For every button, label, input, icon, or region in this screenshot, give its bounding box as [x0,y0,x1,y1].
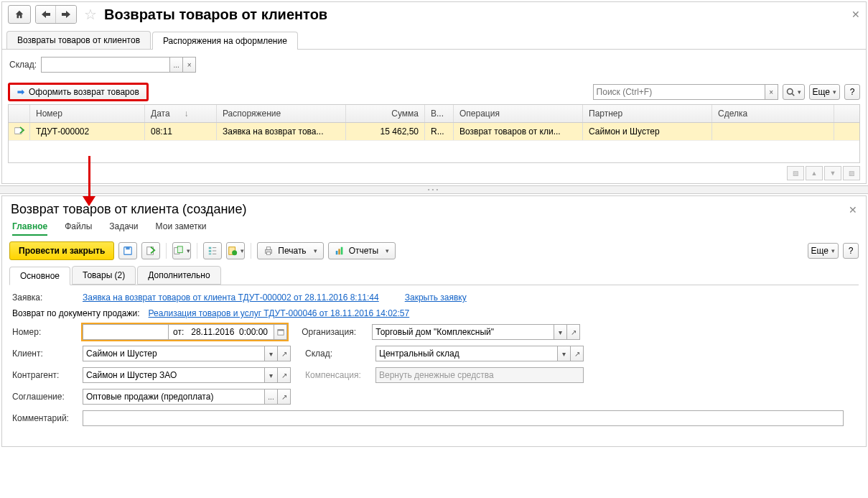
warehouse-input-2[interactable] [375,346,558,361]
svg-point-0 [787,89,793,95]
number-label: Номер: [12,327,77,337]
favorite-star-icon[interactable]: ☆ [84,6,97,23]
post-button[interactable] [141,242,160,259]
request-label: Заявка: [12,292,77,303]
scroll-down-button[interactable]: ▼ [824,166,841,180]
reports-button[interactable]: Отчеты [328,242,396,259]
svg-rect-19 [335,251,337,254]
svg-rect-23 [278,330,284,331]
table-row[interactable]: ТДУТ-000002 08:11 Заявка на возврат това… [9,123,859,141]
client-label: Клиент: [12,349,77,359]
agreement-open-button[interactable]: ↗ [278,389,291,405]
organization-open-button[interactable]: ↗ [567,324,580,340]
organization-dropdown-button[interactable]: ▾ [554,324,567,340]
number-input[interactable] [83,324,169,340]
back-button[interactable] [36,6,56,23]
scroll-top-button[interactable]: ▧ [787,166,804,180]
col-currency[interactable]: В... [425,105,454,122]
compensation-label: Компенсация: [305,370,370,380]
warehouse-label: Склад: [9,60,37,70]
warehouse-input[interactable] [41,57,170,73]
close-icon[interactable]: ✕ [851,9,860,20]
client-open-button[interactable]: ↗ [278,346,291,361]
tab-returns[interactable]: Возвраты товаров от клиентов [6,31,151,49]
organization-label: Организация: [302,327,366,337]
date-input[interactable] [188,324,274,340]
compensation-input [375,367,584,383]
forward-button[interactable] [56,6,76,23]
warehouse-select-button[interactable]: ... [170,57,183,73]
warehouse-clear-button[interactable]: × [183,57,196,73]
svg-rect-10 [209,254,212,255]
tab-additional[interactable]: Дополнительно [137,266,220,285]
print-button[interactable]: Печать [257,242,323,259]
svg-rect-8 [209,247,212,249]
client-input[interactable] [83,346,265,361]
request-link[interactable]: Заявка на возврат товаров от клиента ТДУ… [83,292,379,303]
menu-main[interactable]: Главное [12,221,47,236]
agreement-input[interactable] [83,389,265,405]
tab-orders[interactable]: Распоряжения на оформление [152,32,298,50]
col-operation[interactable]: Операция [454,105,583,122]
counterparty-open-button[interactable]: ↗ [278,367,291,383]
menu-tasks[interactable]: Задачи [109,221,138,236]
create-return-label: Оформить возврат товаров [29,87,139,97]
scroll-up-button[interactable]: ▲ [806,166,823,180]
tab-goods[interactable]: Товары (2) [72,266,136,285]
sort-indicator-icon: ↓ [185,109,189,119]
col-order[interactable]: Распоряжение [217,105,346,122]
menu-notes[interactable]: Мои заметки [156,221,207,236]
scroll-bottom-button[interactable]: ▨ [843,166,860,180]
close-request-link[interactable]: Закрыть заявку [405,292,467,303]
menu-files[interactable]: Файлы [65,221,92,236]
agreement-select-button[interactable]: ... [265,389,278,405]
top-tabs: Возвраты товаров от клиентов Распоряжени… [2,27,866,50]
col-number[interactable]: Номер [30,105,145,122]
search-input[interactable] [593,84,765,100]
structure-button[interactable] [203,242,222,259]
more-button-bottom[interactable]: Еще [808,243,839,259]
svg-line-1 [792,93,794,96]
svg-rect-9 [209,250,212,252]
col-date[interactable]: Дата↓ [145,105,217,122]
col-sum[interactable]: Сумма [346,105,425,122]
from-label: от: [169,324,188,340]
red-arrow-annotation [52,156,131,208]
help-button[interactable]: ? [844,84,860,100]
edi-button[interactable] [226,242,245,259]
col-deal[interactable]: Сделка [712,105,834,122]
client-dropdown-button[interactable]: ▾ [265,346,278,361]
calendar-button[interactable] [274,324,287,340]
post-and-close-button[interactable]: Провести и закрыть [9,241,114,260]
col-partner[interactable]: Партнер [583,105,712,122]
sale-doc-link[interactable]: Реализация товаров и услуг ТДУТ-000046 о… [149,308,410,318]
warehouse-label-2: Склад: [305,349,370,359]
orders-grid: Номер Дата↓ Распоряжение Сумма В... Опер… [8,104,860,163]
tab-main[interactable]: Основное [9,267,70,285]
search-settings-button[interactable] [783,84,805,100]
create-return-button[interactable]: ➡ Оформить возврат товаров [8,83,149,101]
create-based-on-button[interactable] [172,242,191,259]
warehouse-open-button[interactable]: ↗ [571,346,584,361]
comment-input[interactable] [83,410,844,426]
arrow-right-icon: ➡ [17,87,24,97]
save-button[interactable] [118,242,137,259]
svg-rect-4 [126,247,130,250]
more-button[interactable]: Еще [809,84,840,100]
warehouse-dropdown-button[interactable]: ▾ [558,346,571,361]
counterparty-dropdown-button[interactable]: ▾ [265,367,278,383]
svg-rect-21 [340,247,342,255]
close-document-icon[interactable]: ✕ [849,204,857,216]
svg-point-15 [232,250,237,255]
svg-rect-18 [267,252,271,255]
page-title: Возвраты товаров от клиентов [104,6,327,23]
organization-input[interactable] [372,324,554,340]
counterparty-input[interactable] [83,367,265,383]
sale-doc-label: Возврат по документу продажи: [12,308,140,318]
svg-rect-20 [338,249,340,254]
help-button-bottom[interactable]: ? [843,243,859,259]
home-button[interactable] [8,5,31,24]
svg-rect-17 [267,247,271,250]
agreement-label: Соглашение: [12,392,77,402]
search-clear-button[interactable]: × [765,84,778,100]
